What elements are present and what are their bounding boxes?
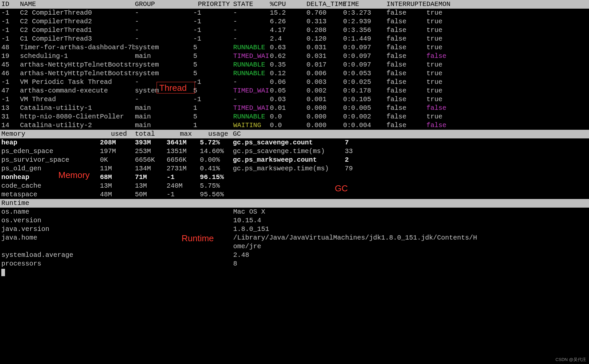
- rt-val: ome/jre: [233, 242, 589, 251]
- thread-row: 47arthas-command-executesystem5TIMED_WAI…: [0, 87, 589, 95]
- cell-prio: 5: [193, 112, 233, 121]
- cell-prio: 1: [193, 104, 233, 112]
- col-intr: INTERRUPTE: [386, 0, 426, 9]
- cell-time: 0:0.005: [343, 104, 386, 112]
- cell-state: RUNNABLE: [233, 43, 270, 52]
- mem-max: 1351M: [167, 147, 200, 156]
- mem-name: nonheap: [0, 173, 100, 182]
- cell-daemon: true: [426, 43, 460, 52]
- cell-cpu: 0.0: [270, 112, 306, 121]
- cell-cpu: 4.17: [270, 26, 306, 35]
- cell-daemon: true: [426, 69, 460, 78]
- mem-total: 253M: [135, 147, 167, 156]
- memory-gc-table: heap208M393M3641M5.72%gc.ps_scavenge.cou…: [0, 138, 589, 199]
- cell-state: -: [233, 78, 270, 87]
- cell-state: TIMED_WAI: [233, 87, 270, 95]
- cell-prio: -1: [193, 78, 233, 87]
- mem-max: 6656K: [167, 156, 200, 164]
- cell-time: 0:0.178: [343, 87, 386, 95]
- cell-state: TIMED_WAI: [233, 104, 270, 112]
- mem-gc-row: metaspace48M50M-195.56%: [0, 190, 589, 199]
- watermark: CSDN @吴代庄: [555, 357, 586, 363]
- cell-daemon: true: [426, 61, 460, 69]
- cell-prio: -1: [193, 95, 233, 104]
- thread-header: ID NAME GROUP PRIORITY STATE %CPU DELTA_…: [0, 0, 589, 9]
- cell-state: -: [233, 9, 270, 17]
- cell-prio: -1: [193, 9, 233, 17]
- cell-state: -: [233, 95, 270, 104]
- cell-delta: 0.001: [306, 95, 343, 104]
- cell-delta: 0.000: [306, 104, 343, 112]
- col-name: NAME: [20, 0, 135, 9]
- cell-prio: 5: [193, 69, 233, 78]
- cell-intr: false: [386, 26, 426, 35]
- col-delta: DELTA_TIME: [306, 0, 343, 9]
- mem-gc-row: code_cache13M13M240M5.75%: [0, 182, 589, 190]
- rt-val: 1.8.0_151: [233, 225, 589, 234]
- runtime-row: ome/jre: [0, 242, 589, 251]
- cell-group: -: [135, 9, 193, 17]
- cell-group: -: [135, 17, 193, 26]
- mem-col-total: total: [135, 130, 167, 138]
- mem-max: 2731M: [167, 164, 200, 173]
- col-id: ID: [0, 0, 20, 9]
- cell-group: -: [135, 35, 193, 43]
- cell-id: 13: [0, 104, 20, 112]
- mem-max: -1: [167, 190, 200, 199]
- mem-name: heap: [0, 138, 100, 147]
- cell-id: 19: [0, 52, 20, 61]
- cell-prio: 1: [193, 121, 233, 130]
- thread-row: 48Timer-for-arthas-dashboard-7b1system5R…: [0, 43, 589, 52]
- thread-row: -1C2 CompilerThread1--1-4.170.2080:3.356…: [0, 26, 589, 35]
- cell-id: 14: [0, 121, 20, 130]
- cell-id: -1: [0, 26, 20, 35]
- thread-row: -1C2 CompilerThread0--1-15.20.7600:3.273…: [0, 9, 589, 17]
- mem-used: 11M: [100, 164, 135, 173]
- thread-row: 46arthas-NettyHttpTelnetBootstrasystem5R…: [0, 69, 589, 78]
- cell-cpu: 0.63: [270, 43, 306, 52]
- mem-usage: 5.75%: [200, 182, 232, 190]
- cell-time: 0:0.053: [343, 69, 386, 78]
- thread-row: -1VM Thread--1-0.030.0010:0.105falsetrue: [0, 95, 589, 104]
- cell-id: 45: [0, 61, 20, 69]
- mem-usage: 5.72%: [200, 138, 232, 147]
- mem-col-name: Memory: [0, 130, 100, 138]
- cursor: [0, 268, 589, 279]
- mem-col-usage: usage: [200, 130, 232, 138]
- cell-cpu: 0.06: [270, 78, 306, 87]
- cell-intr: false: [386, 104, 426, 112]
- cell-time: 0:0.097: [343, 52, 386, 61]
- cell-group: main: [135, 104, 193, 112]
- runtime-row: java.version1.8.0_151: [0, 225, 589, 234]
- cell-cpu: 6.26: [270, 17, 306, 26]
- mem-gc-row: ps_survivor_space0K6656K6656K0.00%gc.ps_…: [0, 156, 589, 164]
- thread-row: 19scheduling-1main5TIMED_WAI0.620.0310:0…: [0, 52, 589, 61]
- cell-name: arthas-NettyHttpTelnetBootstra: [20, 69, 135, 78]
- mem-name: ps_old_gen: [0, 164, 100, 173]
- cell-delta: 0.031: [306, 43, 343, 52]
- cell-group: -: [135, 95, 193, 104]
- mem-usage: 0.00%: [200, 156, 232, 164]
- cell-daemon: false: [426, 104, 460, 112]
- cell-delta: 0.000: [306, 121, 343, 130]
- cell-intr: false: [386, 87, 426, 95]
- gc-val: 33: [345, 147, 378, 156]
- cell-prio: -1: [193, 17, 233, 26]
- cell-delta: 0.002: [306, 87, 343, 95]
- cell-prio: 5: [193, 61, 233, 69]
- cell-id: -1: [0, 35, 20, 43]
- mem-total: 13M: [135, 182, 167, 190]
- cell-name: arthas-NettyHttpTelnetBootstra: [20, 61, 135, 69]
- cell-state: -: [233, 35, 270, 43]
- rt-key: java.home: [0, 234, 233, 242]
- cell-time: 0:0.105: [343, 95, 386, 104]
- cell-intr: false: [386, 69, 426, 78]
- cell-time: 0:0.097: [343, 61, 386, 69]
- cell-name: http-nio-8080-ClientPoller: [20, 112, 135, 121]
- cell-group: main: [135, 112, 193, 121]
- cell-daemon: true: [426, 9, 460, 17]
- cell-name: Catalina-utility-1: [20, 104, 135, 112]
- cell-daemon: true: [426, 112, 460, 121]
- cell-intr: false: [386, 17, 426, 26]
- mem-used: 48M: [100, 190, 135, 199]
